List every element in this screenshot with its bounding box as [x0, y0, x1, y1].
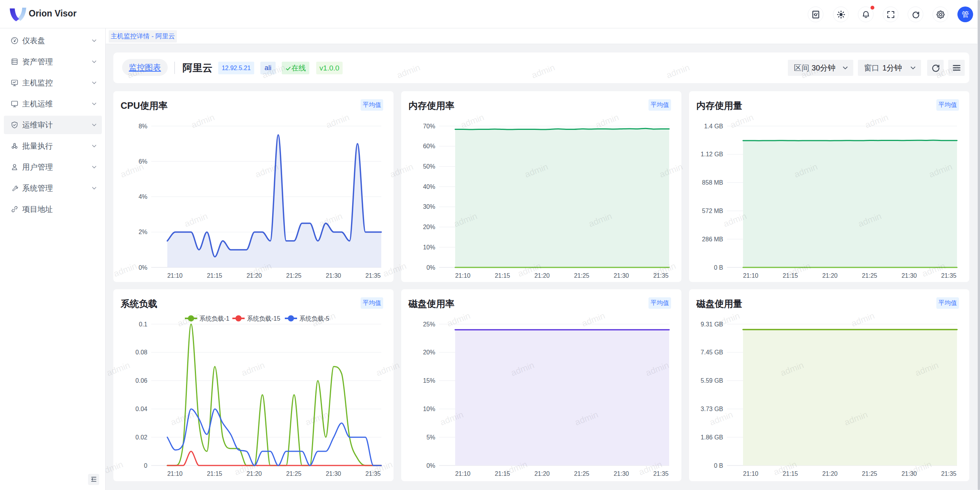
svg-text:5%: 5% — [426, 434, 435, 441]
svg-text:50%: 50% — [423, 163, 435, 170]
svg-text:21:30: 21:30 — [614, 470, 629, 477]
svg-text:21:20: 21:20 — [534, 272, 550, 279]
svg-text:20%: 20% — [423, 349, 435, 356]
svg-text:70%: 70% — [423, 123, 435, 129]
svg-text:4%: 4% — [139, 193, 147, 200]
svg-text:21:35: 21:35 — [941, 470, 956, 477]
svg-text:30%: 30% — [423, 203, 435, 210]
svg-text:21:15: 21:15 — [207, 470, 222, 477]
svg-text:21:30: 21:30 — [326, 272, 341, 279]
svg-text:0 B: 0 B — [714, 462, 723, 469]
svg-text:858 MB: 858 MB — [702, 179, 723, 186]
svg-text:21:10: 21:10 — [167, 272, 183, 279]
svg-text:0.1: 0.1 — [139, 321, 147, 328]
svg-text:6%: 6% — [139, 158, 147, 165]
svg-text:21:25: 21:25 — [286, 470, 301, 477]
svg-text:21:20: 21:20 — [247, 470, 262, 477]
svg-text:3.73 GB: 3.73 GB — [701, 406, 723, 412]
svg-text:0%: 0% — [139, 264, 147, 271]
svg-text:21:30: 21:30 — [902, 272, 917, 279]
svg-text:25%: 25% — [423, 321, 435, 328]
svg-text:0: 0 — [144, 462, 147, 469]
svg-text:21:30: 21:30 — [614, 272, 629, 279]
svg-text:21:30: 21:30 — [326, 470, 341, 477]
svg-text:21:35: 21:35 — [941, 272, 956, 279]
svg-text:21:30: 21:30 — [902, 470, 917, 477]
svg-text:21:25: 21:25 — [862, 470, 877, 477]
svg-text:21:20: 21:20 — [247, 272, 262, 279]
svg-text:7.45 GB: 7.45 GB — [701, 349, 723, 356]
svg-text:21:10: 21:10 — [743, 272, 758, 279]
svg-text:21:25: 21:25 — [286, 272, 301, 279]
svg-text:系统负载-5: 系统负载-5 — [299, 315, 329, 322]
svg-text:1.86 GB: 1.86 GB — [701, 434, 723, 441]
svg-text:21:25: 21:25 — [574, 470, 589, 477]
svg-text:21:20: 21:20 — [822, 272, 838, 279]
svg-text:0%: 0% — [426, 264, 435, 271]
svg-text:21:15: 21:15 — [782, 272, 798, 279]
svg-text:1.12 GB: 1.12 GB — [701, 151, 723, 157]
svg-text:10%: 10% — [423, 406, 435, 412]
svg-text:21:10: 21:10 — [167, 470, 183, 477]
svg-text:572 MB: 572 MB — [702, 208, 723, 214]
svg-text:5.59 GB: 5.59 GB — [701, 377, 723, 384]
svg-text:40%: 40% — [423, 184, 435, 190]
svg-text:0.08: 0.08 — [136, 349, 147, 356]
svg-text:21:35: 21:35 — [365, 470, 381, 477]
svg-text:21:10: 21:10 — [455, 272, 470, 279]
svg-text:0%: 0% — [426, 462, 435, 469]
svg-text:21:25: 21:25 — [862, 272, 877, 279]
svg-text:21:35: 21:35 — [365, 272, 381, 279]
svg-text:9.31 GB: 9.31 GB — [701, 321, 723, 328]
svg-text:0 B: 0 B — [714, 264, 723, 271]
svg-text:21:10: 21:10 — [455, 470, 470, 477]
svg-text:10%: 10% — [423, 244, 435, 251]
svg-text:系统负载-1: 系统负载-1 — [199, 315, 229, 322]
svg-text:21:15: 21:15 — [495, 272, 510, 279]
svg-text:60%: 60% — [423, 143, 435, 149]
svg-text:21:10: 21:10 — [743, 470, 758, 477]
svg-text:15%: 15% — [423, 377, 435, 384]
svg-text:21:15: 21:15 — [207, 272, 222, 279]
svg-text:1.4 GB: 1.4 GB — [704, 123, 723, 129]
svg-text:21:25: 21:25 — [574, 272, 589, 279]
svg-text:21:15: 21:15 — [495, 470, 510, 477]
svg-text:21:20: 21:20 — [534, 470, 550, 477]
svg-text:0.04: 0.04 — [136, 406, 147, 412]
svg-text:21:35: 21:35 — [653, 272, 668, 279]
svg-text:0.02: 0.02 — [136, 434, 147, 441]
svg-text:286 MB: 286 MB — [702, 236, 723, 243]
svg-text:系统负载-15: 系统负载-15 — [247, 315, 280, 322]
svg-text:21:35: 21:35 — [653, 470, 668, 477]
svg-text:0.06: 0.06 — [136, 377, 147, 384]
svg-text:21:20: 21:20 — [822, 470, 838, 477]
svg-text:8%: 8% — [139, 123, 147, 129]
svg-text:2%: 2% — [139, 229, 147, 235]
svg-text:20%: 20% — [423, 224, 435, 230]
svg-text:21:15: 21:15 — [782, 470, 798, 477]
